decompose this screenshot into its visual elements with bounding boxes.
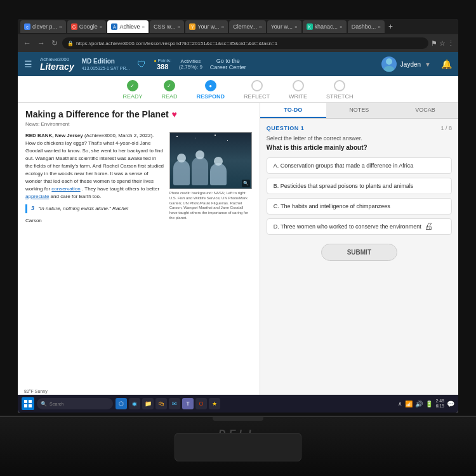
option-b-text: Pesticides that spread poisons to plants… <box>281 183 414 189</box>
tab-label-clernev: Clernev... <box>233 23 257 30</box>
tab-css[interactable]: CSS w... × <box>150 20 184 33</box>
option-a-text: Conservation groups that made a differen… <box>281 162 413 169</box>
tab-todo[interactable]: TO-DO <box>260 103 326 118</box>
taskbar-browser-icon[interactable]: ◉ <box>129 398 140 409</box>
taskbar-office-icon[interactable]: O <box>195 398 207 409</box>
nav-step-reflect[interactable]: REFLECT <box>244 80 270 100</box>
tab-close-your1[interactable]: × <box>221 24 224 30</box>
search-text: Search <box>50 402 63 406</box>
article-date: (Achieve3000, March 2, 2022). <box>84 133 154 138</box>
tab-bar: c clever p... × G Google × A Achieve × C… <box>18 19 458 34</box>
new-tab-button[interactable]: + <box>386 21 395 32</box>
tab-label-google: Google <box>79 23 98 30</box>
tab-your1[interactable]: Y Your w... × <box>185 20 228 33</box>
app-header: ☰ Achieve3000 Literacy MD Edition 413.00… <box>18 52 458 76</box>
laptop-touchpad[interactable] <box>175 433 301 461</box>
back-button[interactable]: ← <box>22 37 33 49</box>
taskbar-search[interactable]: 🔍 Search <box>37 398 113 409</box>
forward-button[interactable]: → <box>36 37 47 49</box>
tab-clernev[interactable]: Clernev... × <box>229 20 266 33</box>
article-title: Making a Difference for the Planet ♥ <box>25 109 252 119</box>
profile-icon[interactable]: ⚑ <box>431 39 437 48</box>
user-dropdown-icon[interactable]: ▼ <box>425 61 431 68</box>
career-value: Career Center <box>210 64 246 70</box>
taskbar-explorer-icon[interactable]: ⬡ <box>116 398 127 409</box>
question-content: QUESTION 1 1 / 8 Select the letter of th… <box>260 119 458 413</box>
tab-favicon-clever: c <box>24 23 30 30</box>
career-center-link[interactable]: Go to the Career Center <box>210 58 246 70</box>
tab-your2[interactable]: Your w... × <box>267 20 301 33</box>
question-instruction: Select the letter of the correct answer. <box>267 135 452 142</box>
tab-notes[interactable]: NOTES <box>326 103 392 118</box>
tab-close-dash[interactable]: × <box>378 24 381 30</box>
user-name: Jayden <box>400 61 421 68</box>
article-body-text-3: and care for Earth too. <box>51 194 102 199</box>
taskbar-store-icon[interactable]: 🛍 <box>155 398 167 409</box>
step-circle-ready: ✓ <box>127 80 138 91</box>
reload-button[interactable]: ↻ <box>50 37 60 49</box>
tab-dash[interactable]: Dashbo... × <box>348 20 385 33</box>
question-label: QUESTION 1 <box>267 125 305 131</box>
points-circle-icon: ● <box>154 58 156 63</box>
step-label-reflect: REFLECT <box>244 93 270 100</box>
start-button[interactable] <box>22 397 34 410</box>
tab-favicon-your1: Y <box>189 23 195 30</box>
address-bar[interactable]: 🔒 https://portal.achieve3000.com/lesson/… <box>62 37 428 49</box>
svg-point-1 <box>384 66 394 72</box>
tab-close-clernev[interactable]: × <box>259 24 262 30</box>
option-d-letter: D. <box>274 223 281 230</box>
points-label-text: Points: <box>158 58 171 63</box>
bookmark-icon[interactable]: ☆ <box>439 39 446 48</box>
nav-step-respond[interactable]: ● RESPOND <box>197 80 225 100</box>
taskbar-mail-icon[interactable]: ✉ <box>169 398 180 409</box>
taskbar-files-icon[interactable]: 📁 <box>142 398 154 409</box>
career-label: Go to the <box>216 58 240 64</box>
time-value: 2:48 <box>435 399 444 404</box>
nav-step-stretch[interactable]: STRETCH <box>326 80 354 100</box>
tab-achieve[interactable]: A Achieve × <box>107 20 149 33</box>
tab-close-your2[interactable]: × <box>294 24 298 30</box>
taskbar-teams-icon[interactable]: T <box>182 398 194 409</box>
appreciate-link[interactable]: appreciate <box>25 194 49 199</box>
nav-step-ready[interactable]: ✓ READY <box>122 80 142 100</box>
tab-close-khan[interactable]: × <box>340 24 343 30</box>
print-icon[interactable]: 🖨 <box>424 221 433 231</box>
image-zoom-icon[interactable]: 🔍 <box>242 180 250 188</box>
taskbar-sys: ∧ 📶 🔊 🔋 2:48 6/15 💬 <box>398 399 454 409</box>
taskbar-app-icon[interactable]: ★ <box>209 398 220 409</box>
taskbar-chevron-icon[interactable]: ∧ <box>398 400 402 407</box>
submit-button[interactable]: SUBMIT <box>321 244 397 261</box>
conservation-link[interactable]: conservation <box>51 186 80 192</box>
question-text: What is this article mainly about? <box>267 144 452 151</box>
hamburger-menu-icon[interactable]: ☰ <box>24 59 32 69</box>
screen-area: c clever p... × G Google × A Achieve × C… <box>18 19 458 413</box>
notifications-icon[interactable]: 💬 <box>447 400 454 407</box>
weather-status: 82°F Sunny <box>24 389 48 393</box>
tab-khan[interactable]: K khanac... × <box>303 20 347 33</box>
tab-clever[interactable]: c clever p... × <box>20 20 66 33</box>
answer-option-a[interactable]: A. Conservation groups that made a diffe… <box>267 157 452 174</box>
logo-area: Achieve3000 Literacy <box>40 57 74 71</box>
taskbar-time: 2:48 6/15 <box>435 399 444 409</box>
answer-option-c[interactable]: C. The habits and intelligence of chimpa… <box>267 198 452 215</box>
notification-icon[interactable]: 🔔 <box>441 59 452 69</box>
article-body: 🔍 Photo credit: background: NASA; Left t… <box>25 132 252 225</box>
tab-favicon-google: G <box>71 23 77 30</box>
activities-label: Activities <box>181 58 201 64</box>
volume-icon: 🔊 <box>415 400 423 407</box>
shield-icon: 🛡 <box>137 59 146 69</box>
header-activities: Activities (2.75%): 9 <box>179 58 202 70</box>
menu-icon[interactable]: ⋮ <box>447 39 454 48</box>
tab-close-css[interactable]: × <box>178 24 181 30</box>
tab-vocab[interactable]: VOCAB <box>392 103 458 118</box>
tab-close-clever[interactable]: × <box>59 24 62 30</box>
tab-label-achieve: Achieve <box>119 23 140 30</box>
tab-google[interactable]: G Google × <box>67 20 107 33</box>
nav-step-write[interactable]: WRITE <box>289 80 307 100</box>
nav-tabs: ✓ READY ✓ READ ● RESPOND REFLECT WRITE <box>18 76 458 103</box>
tab-close-achieve[interactable]: × <box>142 24 145 30</box>
answer-option-b[interactable]: B. Pesticides that spread poisons to pla… <box>267 178 452 194</box>
tab-close-google[interactable]: × <box>100 24 103 30</box>
nav-step-read[interactable]: ✓ READ <box>161 80 177 100</box>
step-circle-stretch <box>334 80 345 91</box>
